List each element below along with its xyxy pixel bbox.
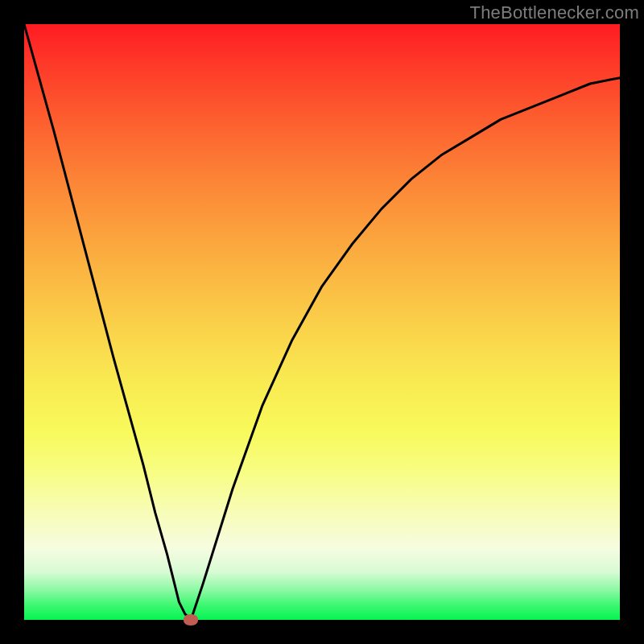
optimal-point-marker [184,614,198,625]
bottleneck-curve [24,24,620,620]
chart-frame: TheBottlenecker.com [0,0,644,644]
watermark-text: TheBottlenecker.com [470,2,639,23]
curve-line [24,24,620,620]
plot-area [24,24,620,620]
